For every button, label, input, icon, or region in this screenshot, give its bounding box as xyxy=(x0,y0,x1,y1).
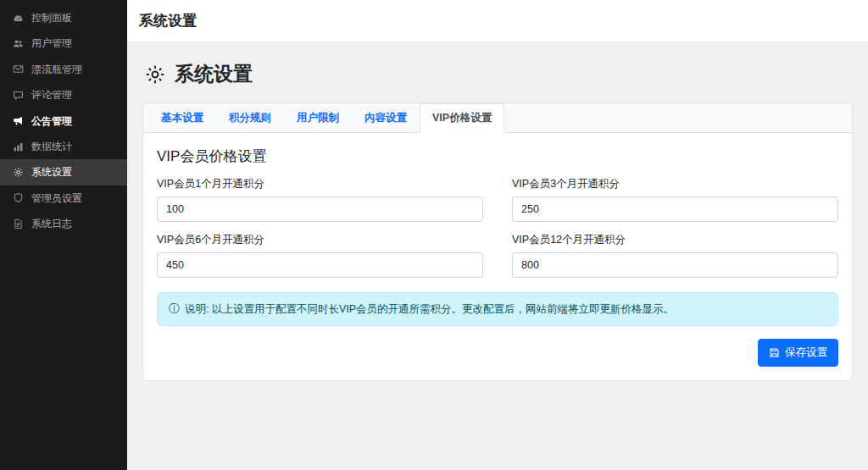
settings-card: 基本设置 积分规则 用户限制 内容设置 VIP价格设置 VIP会员价格设置 VI… xyxy=(142,102,853,381)
save-button-label: 保存设置 xyxy=(785,346,827,360)
log-icon xyxy=(12,218,24,229)
form-actions: 保存设置 xyxy=(157,339,838,367)
sidebar-item-users[interactable]: 用户管理 xyxy=(0,30,127,56)
sidebar-item-admin-settings[interactable]: 管理员设置 xyxy=(0,185,127,211)
tab-user-limits[interactable]: 用户限制 xyxy=(284,103,352,133)
tab-basic-settings[interactable]: 基本设置 xyxy=(148,103,216,133)
vip-6-month-input[interactable] xyxy=(157,252,483,278)
sidebar-item-label: 控制面板 xyxy=(31,12,72,24)
tab-content-settings[interactable]: 内容设置 xyxy=(352,103,420,133)
sidebar-item-label: 管理员设置 xyxy=(31,192,82,204)
content-area: 系统设置 基本设置 积分规则 用户限制 内容设置 VIP价格设置 VIP会员价格… xyxy=(127,42,868,395)
app-window: 控制面板 用户管理 漂流瓶管理 评论管理 公告管理 数据统计 系统设置 管理员 xyxy=(0,0,868,470)
sidebar-item-system-settings[interactable]: 系统设置 xyxy=(0,159,127,185)
vip-3-month-input[interactable] xyxy=(512,196,838,222)
sidebar-item-system-logs[interactable]: 系统日志 xyxy=(0,211,127,236)
sidebar-item-label: 系统设置 xyxy=(31,166,72,178)
vip-price-form: VIP会员1个月开通积分 VIP会员3个月开通积分 VIP会员6个月开通积分 xyxy=(157,177,838,278)
topbar: 系统设置 xyxy=(127,0,868,42)
sidebar-item-comments[interactable]: 评论管理 xyxy=(0,82,127,108)
page-title: 系统设置 xyxy=(175,61,253,87)
settings-tabs: 基本设置 积分规则 用户限制 内容设置 VIP价格设置 xyxy=(143,103,852,133)
field-vip-1-month: VIP会员1个月开通积分 xyxy=(157,177,483,222)
sidebar-item-bottles[interactable]: 漂流瓶管理 xyxy=(0,57,127,82)
vip-12-month-input[interactable] xyxy=(512,252,838,278)
tab-vip-price-settings[interactable]: VIP价格设置 xyxy=(420,103,504,133)
chart-icon xyxy=(12,141,24,152)
save-icon xyxy=(769,347,780,358)
sidebar: 控制面板 用户管理 漂流瓶管理 评论管理 公告管理 数据统计 系统设置 管理员 xyxy=(0,0,127,470)
sidebar-item-label: 数据统计 xyxy=(31,141,72,152)
dashboard-icon xyxy=(12,12,24,24)
info-circle-icon: ⓘ xyxy=(169,301,180,317)
sidebar-item-label: 评论管理 xyxy=(31,89,72,101)
gear-icon xyxy=(144,64,166,86)
sidebar-item-label: 用户管理 xyxy=(31,37,72,49)
field-label: VIP会员6个月开通积分 xyxy=(157,233,483,247)
sidebar-item-announcements[interactable]: 公告管理 xyxy=(0,108,127,134)
field-label: VIP会员12个月开通积分 xyxy=(512,233,838,247)
field-label: VIP会员3个月开通积分 xyxy=(512,177,838,191)
field-label: VIP会员1个月开通积分 xyxy=(157,177,483,191)
topbar-title: 系统设置 xyxy=(139,11,856,30)
users-icon xyxy=(12,38,24,50)
tab-points-rules[interactable]: 积分规则 xyxy=(216,103,284,133)
sidebar-item-statistics[interactable]: 数据统计 xyxy=(0,134,127,159)
vip-1-month-input[interactable] xyxy=(157,196,483,222)
envelope-icon xyxy=(12,64,24,75)
sidebar-item-label: 公告管理 xyxy=(31,115,72,127)
bullhorn-icon xyxy=(12,115,24,127)
info-alert: ⓘ 说明: 以上设置用于配置不同时长VIP会员的开通所需积分。更改配置后，网站前… xyxy=(157,292,838,326)
tab-panel-vip-prices: VIP会员价格设置 VIP会员1个月开通积分 VIP会员3个月开通积分 VIP会… xyxy=(143,133,852,380)
main-area: 系统设置 系统设置 基本设置 积分规则 用户限制 内容设置 VIP价格设置 VI xyxy=(127,0,868,470)
sidebar-item-label: 漂流瓶管理 xyxy=(31,64,82,75)
sidebar-item-label: 系统日志 xyxy=(31,218,72,229)
section-title: VIP会员价格设置 xyxy=(157,147,838,166)
field-vip-6-month: VIP会员6个月开通积分 xyxy=(157,233,483,278)
gear-icon xyxy=(12,167,24,179)
field-vip-12-month: VIP会员12个月开通积分 xyxy=(512,233,838,278)
shield-icon xyxy=(12,192,24,204)
sidebar-item-dashboard[interactable]: 控制面板 xyxy=(0,5,127,30)
field-vip-3-month: VIP会员3个月开通积分 xyxy=(512,177,838,222)
info-alert-text: 说明: 以上设置用于配置不同时长VIP会员的开通所需积分。更改配置后，网站前端将… xyxy=(185,301,674,317)
page-header: 系统设置 xyxy=(144,61,853,87)
comment-icon xyxy=(12,89,24,101)
save-button[interactable]: 保存设置 xyxy=(758,339,838,367)
